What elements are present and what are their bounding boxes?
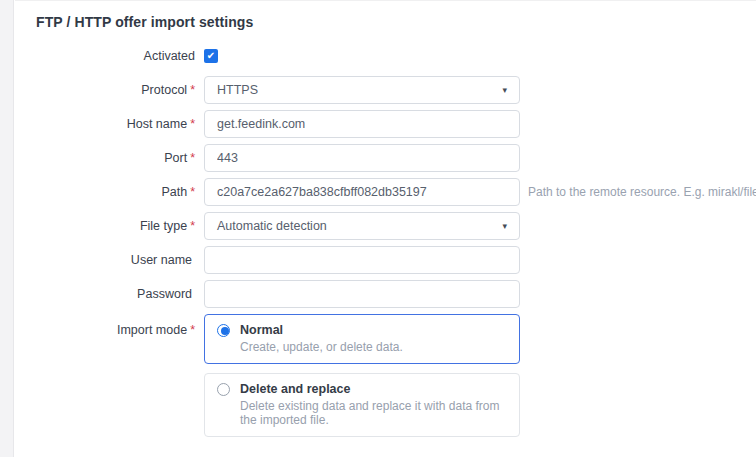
file-type-row: File type* Automatic detection ▾: [15, 212, 756, 240]
path-row: Path* Path to the remote resource. E.g. …: [15, 178, 756, 206]
radio-unchecked-icon[interactable]: [217, 383, 230, 396]
protocol-value: HTTPS: [217, 83, 258, 97]
import-mode-option-description: Delete existing data and replace it with…: [240, 399, 507, 427]
page-title: FTP / HTTP offer import settings: [36, 14, 756, 30]
required-marker: *: [190, 323, 195, 337]
required-marker: *: [190, 117, 195, 131]
protocol-label: Protocol*: [15, 83, 204, 98]
port-label: Port*: [15, 151, 204, 166]
import-mode-option-delete-and-replace[interactable]: Delete and replace Delete existing data …: [204, 373, 520, 437]
password-label: Password: [15, 287, 204, 302]
port-row: Port*: [15, 144, 756, 172]
file-type-value: Automatic detection: [217, 219, 327, 233]
user-name-row: User name: [15, 246, 756, 274]
required-marker: *: [190, 83, 195, 97]
protocol-row: Protocol* HTTPS ▾: [15, 76, 756, 104]
import-mode-option-title: Delete and replace: [240, 382, 350, 396]
settings-panel: FTP / HTTP offer import settings Activat…: [15, 0, 756, 457]
user-name-input[interactable]: [204, 246, 520, 274]
activated-label-text: Activated: [144, 49, 195, 63]
required-marker: *: [190, 185, 195, 199]
protocol-select[interactable]: HTTPS ▾: [204, 76, 520, 104]
chevron-down-icon: ▾: [502, 222, 507, 231]
file-type-select[interactable]: Automatic detection ▾: [204, 212, 520, 240]
file-type-label: File type*: [15, 219, 204, 234]
port-input[interactable]: [204, 144, 520, 172]
radio-checked-icon[interactable]: [217, 324, 230, 337]
import-mode-row: Import mode* Normal Create, update, or d…: [15, 314, 756, 446]
path-hint: Path to the remote resource. E.g. mirakl…: [528, 185, 756, 199]
path-label: Path*: [15, 185, 204, 200]
import-mode-label: Import mode*: [15, 314, 204, 338]
import-mode-option-normal[interactable]: Normal Create, update, or delete data.: [204, 314, 520, 364]
password-input[interactable]: [204, 280, 520, 308]
user-name-label: User name: [15, 253, 204, 268]
activated-label: Activated: [15, 49, 204, 64]
import-mode-option-description: Create, update, or delete data.: [240, 340, 507, 354]
left-panel-edge: [0, 0, 14, 457]
host-name-row: Host name*: [15, 110, 756, 138]
host-name-input[interactable]: [204, 110, 520, 138]
import-settings-form: Activated ✔ Protocol* HTTPS ▾ Host name*: [15, 47, 756, 446]
required-marker: *: [190, 151, 195, 165]
path-input[interactable]: [204, 178, 520, 206]
import-mode-option-title: Normal: [240, 323, 283, 337]
required-marker: *: [190, 219, 195, 233]
host-name-label: Host name*: [15, 117, 204, 132]
password-row: Password: [15, 280, 756, 308]
activated-checkbox[interactable]: ✔: [204, 49, 218, 63]
chevron-down-icon: ▾: [502, 86, 507, 95]
activated-row: Activated ✔: [15, 47, 756, 65]
